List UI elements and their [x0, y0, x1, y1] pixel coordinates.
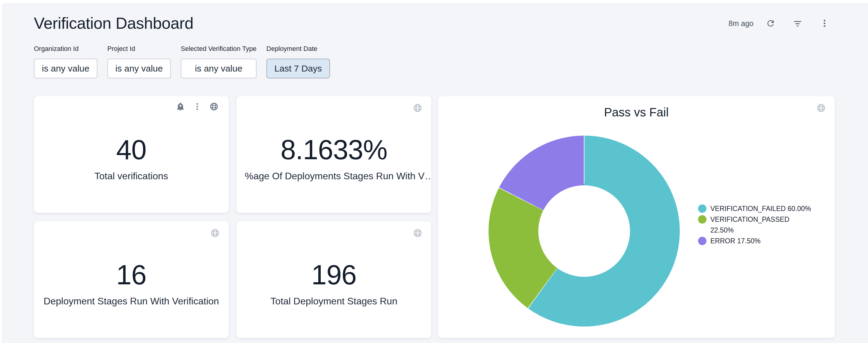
globe-icon[interactable]: [413, 103, 422, 112]
legend-swatch: [698, 204, 707, 213]
legend-swatch: [698, 237, 707, 245]
donut-chart-pass-vs-fail[interactable]: [489, 136, 680, 327]
kpi-label: Total verifications: [34, 171, 229, 182]
globe-icon[interactable]: [210, 228, 220, 238]
add-alert-icon[interactable]: [176, 102, 185, 111]
legend-swatch: [698, 215, 707, 224]
last-updated-timestamp: 8m ago: [728, 19, 753, 28]
kpi-tile-pct-stages-with-verification: 8.1633% %age Of Deployments Stages Run W…: [237, 96, 431, 213]
filter-label: Selected Verification Type: [181, 45, 256, 53]
filter-deployment-date: Deployment Date Last 7 Days: [267, 45, 330, 78]
kpi-label: Total Deployment Stages Run: [237, 296, 431, 307]
filter-value-chip-project-id[interactable]: is any value: [107, 59, 171, 78]
filter-value-chip-verification-type[interactable]: is any value: [181, 59, 256, 78]
kpi-tile-stages-run-with-verification: 16 Deployment Stages Run With Verificati…: [34, 221, 229, 338]
filter-value-chip-deployment-date[interactable]: Last 7 Days: [267, 59, 330, 78]
legend-label: ERROR 17.50%: [710, 236, 761, 246]
filter-organization-id: Organization Id is any value: [34, 45, 97, 78]
globe-icon[interactable]: [413, 228, 422, 238]
tile-action-icons: [176, 102, 218, 111]
header-controls: 8m ago: [728, 17, 830, 30]
kebab-menu-icon: [820, 19, 829, 28]
legend-item-verification-passed[interactable]: VERIFICATION_PASSED 22.50%: [698, 214, 815, 236]
kpi-value: 196: [237, 259, 431, 290]
kpi-value: 16: [34, 259, 229, 290]
legend-label: VERIFICATION_FAILED 60.00%: [710, 203, 811, 214]
filter-toggle-button[interactable]: [793, 18, 803, 28]
filter-bar: Organization Id is any value Project Id …: [34, 45, 330, 78]
filter-list-icon: [793, 19, 802, 28]
filter-label: Deployment Date: [267, 45, 330, 53]
legend-label: VERIFICATION_PASSED 22.50%: [710, 214, 815, 236]
filter-label: Project Id: [107, 45, 171, 53]
refresh-button[interactable]: [766, 18, 776, 28]
kpi-value: 8.1633%: [237, 134, 431, 166]
kebab-menu-icon[interactable]: [193, 102, 202, 111]
filter-value-chip-organization-id[interactable]: is any value: [34, 59, 97, 78]
legend-item-error[interactable]: ERROR 17.50%: [698, 236, 815, 246]
kpi-label: %age Of Deployments Stages Run With V…: [237, 171, 431, 182]
chart-legend: VERIFICATION_FAILED 60.00% VERIFICATION_…: [698, 203, 815, 246]
chart-tile-pass-vs-fail: Pass vs Fail VERIFICATION_FAILED 60.00% …: [438, 96, 835, 338]
kpi-tile-total-stages-run: 196 Total Deployment Stages Run: [237, 221, 431, 338]
refresh-icon: [766, 19, 775, 28]
dashboard-content-area: Verification Dashboard 8m ago Organizati…: [2, 3, 868, 343]
kpi-value: 40: [34, 134, 229, 166]
dashboard-menu-button[interactable]: [819, 18, 830, 28]
chart-title: Pass vs Fail: [438, 106, 835, 119]
globe-icon[interactable]: [210, 102, 218, 111]
kpi-label: Deployment Stages Run With Verification: [34, 296, 229, 307]
verification-dashboard-page: { "header": { "title": "Verification Das…: [0, 0, 868, 343]
page-title: Verification Dashboard: [34, 14, 193, 32]
filter-selected-verification-type: Selected Verification Type is any value: [181, 45, 256, 78]
filter-label: Organization Id: [34, 45, 97, 53]
filter-project-id: Project Id is any value: [107, 45, 171, 78]
kpi-tile-total-verifications: 40 Total verifications: [34, 96, 229, 213]
legend-item-verification-failed[interactable]: VERIFICATION_FAILED 60.00%: [698, 203, 815, 214]
